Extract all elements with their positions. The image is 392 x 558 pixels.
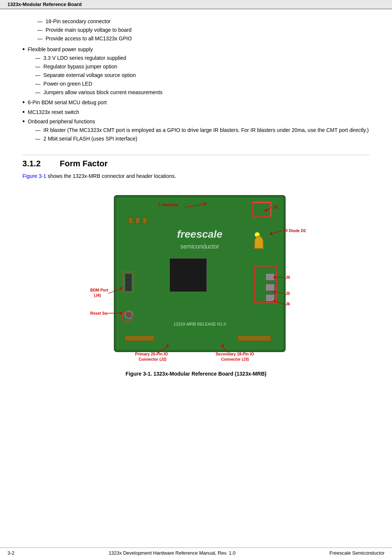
pcb-brand-text: freescale <box>140 228 260 240</box>
svg-text:J5: J5 <box>286 291 290 296</box>
pcb-j2-connector <box>125 335 155 341</box>
section-title: Form Factor <box>60 159 108 169</box>
pcb-j6-block <box>265 294 275 302</box>
svg-text:Reset Sw: Reset Sw <box>90 311 108 315</box>
onboard-label: Onboard peripheral functions <box>28 118 95 124</box>
list-item-bdm: • 6-Pin BDM serial MCU debug port <box>22 99 370 107</box>
sub-item-ir-blaster: — IR blaster (The MC1323x CMT port is em… <box>35 126 368 134</box>
footer-company: Freescale Semiconductor <box>330 550 385 556</box>
page-header: 1323x-Modular Reference Board <box>0 0 392 9</box>
bdm-label: 6-Pin BDM serial MCU debug port <box>28 99 107 107</box>
sub-item-jumpers-current: — Jumpers allow various block current me… <box>35 89 162 96</box>
svg-text:IR Diode D2: IR Diode D2 <box>284 228 306 233</box>
pcb-brand-sub-text: semiconductor <box>140 243 260 250</box>
connector-sub-list: — 18-Pin secondary connector — Provide m… <box>22 18 132 43</box>
pcb-j5-block <box>265 284 275 291</box>
sub-item-external-voltage: — Separate external voltage source optio… <box>35 71 162 79</box>
section-312-heading: 3.1.2 Form Factor <box>22 155 370 169</box>
feature-list: — 18-Pin secondary connector — Provide m… <box>22 17 370 144</box>
list-item-onboard: • Onboard peripheral functions — IR blas… <box>22 118 370 144</box>
svg-text:BDM Port: BDM Port <box>90 288 109 293</box>
pcb-j9-block <box>265 273 275 281</box>
power-supply-label: Flexible board power supply <box>28 46 93 52</box>
sub-item-18pin: — 18-Pin secondary connector <box>37 18 132 25</box>
sub-item-ldo: — 3.3 V LDO series regulator supplied <box>35 54 162 62</box>
svg-text:Connector (J3): Connector (J3) <box>221 357 249 361</box>
pcb-board: freescale semiconductor <box>114 195 286 352</box>
figure-3-1-link[interactable]: Figure 3-1 <box>22 173 46 179</box>
pcb-right-connectors <box>265 273 275 302</box>
pcb-capacitors <box>128 217 151 232</box>
page-footer: 3-2 1323x Development Hardware Reference… <box>0 548 392 558</box>
sub-item-regulator-bypass: — Regulator bypass jumper option <box>35 63 162 71</box>
pcb-reset-outline <box>122 311 133 322</box>
header-title: 1323x-Modular Reference Board <box>7 1 82 7</box>
sub-item-gpio: — Provide access to all MC1323x GPIO <box>37 35 132 43</box>
svg-text:Connector (J2): Connector (J2) <box>139 357 166 361</box>
svg-text:J6: J6 <box>286 302 290 306</box>
power-supply-sub-list: — 3.3 V LDO series regulator supplied — … <box>28 54 162 96</box>
list-item-reset: • MC1323x reset switch <box>22 108 370 117</box>
onboard-sub-list: — IR blaster (The MC1323x CMT port is em… <box>28 126 368 143</box>
main-content: — 18-Pin secondary connector — Provide m… <box>0 9 392 414</box>
footer-page-number: 3-2 <box>7 550 15 556</box>
list-item-connectors: — 18-Pin secondary connector — Provide m… <box>22 17 370 44</box>
section-number: 3.1.2 <box>22 159 49 169</box>
pcb-inner: freescale semiconductor <box>117 198 283 349</box>
figure-3-1-container: freescale semiconductor <box>22 188 370 377</box>
pcb-j8-outline <box>252 201 272 217</box>
sub-item-power-led: — Power-on green LED <box>35 80 162 88</box>
list-item-power-supply: • Flexible board power supply — 3.3 V LD… <box>22 46 370 97</box>
svg-text:Primary 20-Pin IO: Primary 20-Pin IO <box>135 352 168 356</box>
sub-item-supply-voltage: — Provide main supply voltage to board <box>37 26 132 34</box>
pcb-bdm-outline <box>123 271 134 292</box>
figure-caption: Figure 3-1. 1323x-Modular Reference Boar… <box>125 371 266 377</box>
pcb-main-chip <box>169 258 207 292</box>
pcb-model-text: 1323X-MRB RELEASE R1.0 <box>174 322 226 326</box>
svg-text:J9: J9 <box>286 275 290 280</box>
footer-center-text: 1323x Development Hardware Reference Man… <box>15 550 330 556</box>
board-wrapper: freescale semiconductor <box>84 188 308 367</box>
svg-text:(J4): (J4) <box>94 293 101 298</box>
pcb-ir-diode <box>254 236 264 249</box>
svg-text:Secondary 18-Pin IO: Secondary 18-Pin IO <box>216 352 254 356</box>
pcb-j3-connector <box>237 335 271 341</box>
reset-label: MC1323x reset switch <box>28 108 79 117</box>
sub-item-flash: — 2 Mbit serial FLASH (uses SPI interfac… <box>35 135 368 143</box>
figure-intro: Figure 3-1 shows the 1323x-MRB connector… <box>22 172 370 180</box>
